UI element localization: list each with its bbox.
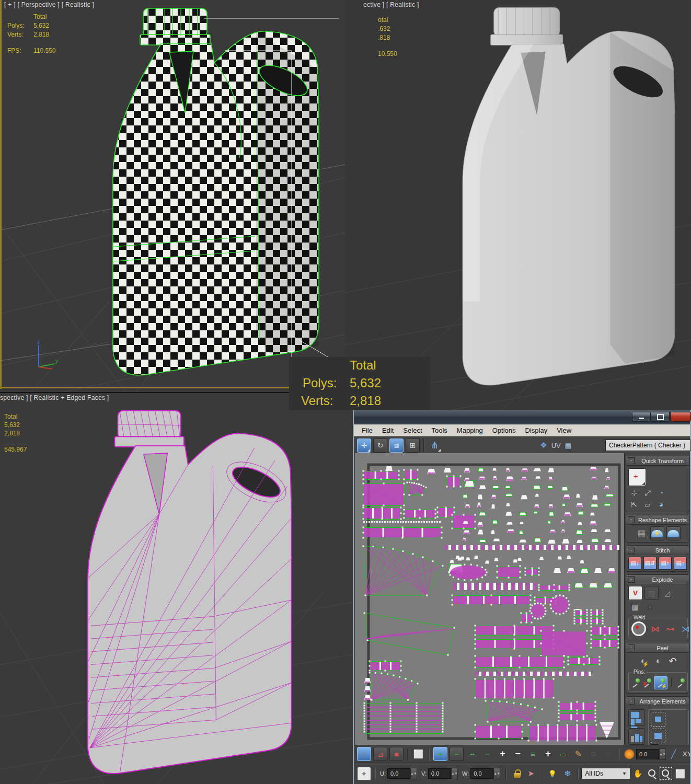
material-id-dropdown[interactable]: All IDs▼ [581, 768, 630, 779]
pack-together-icon[interactable] [651, 712, 665, 727]
rescale-elements-button[interactable] [628, 728, 645, 745]
element-mode-icon[interactable]: ⬜ [412, 747, 425, 760]
jerrycan-checker-model[interactable] [77, 1, 339, 388]
stitch-source-icon[interactable]: ▤⇵ [643, 557, 657, 570]
pin-tool-icon[interactable] [631, 678, 640, 687]
flatten-smoothing-icon[interactable]: ▦ [628, 600, 641, 613]
section-header-explode[interactable]: -Explode [626, 575, 689, 584]
select-ring-icon[interactable]: ≡ [526, 747, 539, 760]
reset-peel-icon[interactable]: ↶ [666, 654, 680, 667]
soft-selection-field[interactable]: 0.0 [636, 749, 659, 759]
flatten-angle-icon[interactable]: ◿ [661, 586, 674, 599]
straighten-icon[interactable]: ▦ [635, 527, 648, 540]
paint-select-icon[interactable]: ✎ [572, 747, 585, 760]
stitch-custom-icon[interactable]: ▤↓ [628, 557, 641, 570]
viewport-perspective-wireframe[interactable]: spective ] [ Realistic + Edged Faces ] T… [0, 392, 353, 784]
minimize-button[interactable] [632, 412, 651, 422]
soft-selection-spinner[interactable]: ▲▼ [659, 748, 666, 760]
zoom-icon[interactable] [648, 769, 657, 778]
paint-enlarge-icon[interactable]: ◌ [587, 747, 600, 760]
menu-file[interactable]: File [357, 426, 377, 434]
loop-grow-icon[interactable]: + [496, 747, 509, 760]
maximize-button[interactable] [651, 412, 670, 422]
section-header-reshape-elements[interactable]: -Reshape Elements [626, 515, 689, 525]
pin-extra-icon[interactable] [676, 678, 685, 687]
pattern-dropdown[interactable]: CheckerPattern ( Checker ) [605, 440, 691, 451]
edge-mode-button[interactable]: ⊿ [373, 747, 387, 761]
uv-channel-label[interactable]: UV [551, 442, 561, 449]
falloff-space-label[interactable]: XY [683, 750, 690, 758]
lock-selection-icon[interactable] [514, 769, 521, 778]
align-element-icon[interactable]: ▱ [642, 499, 653, 510]
menu-edit[interactable]: Edit [377, 426, 398, 434]
move-snap-icon[interactable]: ⊹ [628, 487, 640, 499]
zoom-extents-cube-icon[interactable]: ⬜ [674, 767, 687, 780]
uv-canvas[interactable] [355, 453, 626, 746]
viewport-label[interactable]: spective ] [ Realistic + Edged Faces ] [0, 394, 109, 401]
select-highlight-icon[interactable]: ➤ [524, 767, 537, 780]
align-edge-icon[interactable]: ⤢ [642, 487, 653, 499]
zoom-region-icon[interactable] [661, 769, 671, 778]
menu-select[interactable]: Select [398, 426, 427, 434]
window-titlebar[interactable] [354, 410, 690, 424]
target-weld-icon[interactable] [631, 621, 646, 636]
select-loop-icon[interactable]: ╍ [466, 747, 479, 760]
u-spinner[interactable]: ▲▼ [410, 768, 417, 779]
collapse-icon[interactable]: - [628, 644, 635, 651]
face-mode-button[interactable]: ■ [389, 747, 404, 761]
rotate-ccw-icon[interactable]: ◕ [655, 499, 667, 510]
freeform-tool-button[interactable]: ⊞ [406, 439, 420, 453]
ring-grow-icon[interactable]: + [542, 747, 555, 760]
viewport-label[interactable]: ective ] [ Realistic ] [363, 1, 419, 8]
shrink-selection-button[interactable]: − [450, 747, 464, 761]
weld-edges-icon[interactable]: ⋊ [679, 622, 690, 636]
weld-selected-icon[interactable]: ⋈ [649, 622, 662, 636]
pack-normalize-button[interactable] [628, 709, 645, 726]
rotate-tool-button[interactable]: ↻ [373, 439, 387, 453]
soft-selection-icon[interactable] [624, 749, 635, 759]
viewport-perspective-gray[interactable]: ective ] [ Realistic ] otal .632 .818 10… [345, 0, 691, 410]
freeze-icon[interactable]: ❄ [561, 767, 574, 780]
paint-shrink-icon[interactable]: ◌ [602, 747, 615, 760]
align-vertical-icon[interactable]: ⇱ [628, 499, 640, 510]
v-spinner[interactable]: ▲▼ [451, 768, 458, 779]
collapse-icon[interactable]: - [628, 516, 635, 523]
menu-mapping[interactable]: Mapping [452, 426, 488, 434]
menu-view[interactable]: View [552, 426, 576, 434]
section-header-arrange-elements[interactable]: -Arrange Elements [626, 697, 689, 706]
w-field[interactable]: 0.0 [470, 768, 493, 779]
quick-peel-icon[interactable]: ◖⚡ [636, 654, 649, 667]
pack-full-icon[interactable] [651, 729, 665, 743]
absolute-mode-icon[interactable]: ⌖ [357, 767, 371, 781]
pan-hand-icon[interactable]: ✋ [631, 767, 644, 780]
jerrycan-gray-model[interactable] [429, 0, 691, 398]
w-spinner[interactable]: ▲▼ [493, 768, 500, 779]
viewport-perspective-checker[interactable]: z y [ + ] [ Perspective ] [ Realistic ] … [0, 0, 345, 392]
grow-selection-button[interactable]: + [433, 747, 447, 761]
collapse-icon[interactable]: - [628, 457, 635, 464]
jerrycan-wireframe-model[interactable] [25, 403, 339, 784]
flatten-material-icon[interactable]: ● [643, 600, 657, 613]
relax-fast-button[interactable]: ⚡ [650, 526, 664, 540]
section-header-stitch[interactable]: -Stitch [626, 546, 689, 555]
auto-pin-button[interactable]: ⚡ [654, 676, 667, 689]
mirror-tool-button[interactable]: ⋔ [428, 439, 441, 452]
relax-button[interactable] [666, 526, 681, 540]
stitch-target-icon[interactable]: ▤↑ [659, 557, 672, 570]
v-field[interactable]: 0.0 [428, 768, 451, 779]
u-field[interactable]: 0.0 [387, 768, 410, 779]
select-by-element-icon[interactable]: ▭ [557, 747, 570, 760]
collapse-icon[interactable]: - [628, 576, 635, 583]
show-map-icon[interactable]: ❖ [540, 441, 547, 450]
highlight-bulb-icon[interactable]: 💡 [546, 767, 559, 780]
scale-tool-button[interactable]: ⧈ [389, 439, 404, 453]
menu-options[interactable]: Options [488, 426, 521, 434]
viewport-label[interactable]: [ + ] [ Perspective ] [ Realistic ] [4, 1, 94, 8]
vertex-mode-button[interactable]: ∵ [357, 747, 371, 761]
menu-tools[interactable]: Tools [427, 426, 452, 434]
falloff-linear-icon[interactable]: ╱ [667, 747, 680, 760]
properties-icon[interactable]: ▤ [565, 442, 571, 449]
stitch-average-icon[interactable]: ▤↑ [674, 557, 687, 570]
weld-vertices-icon[interactable]: ⊶ [664, 622, 677, 636]
peel-mode-icon[interactable]: ◖ [651, 654, 664, 667]
